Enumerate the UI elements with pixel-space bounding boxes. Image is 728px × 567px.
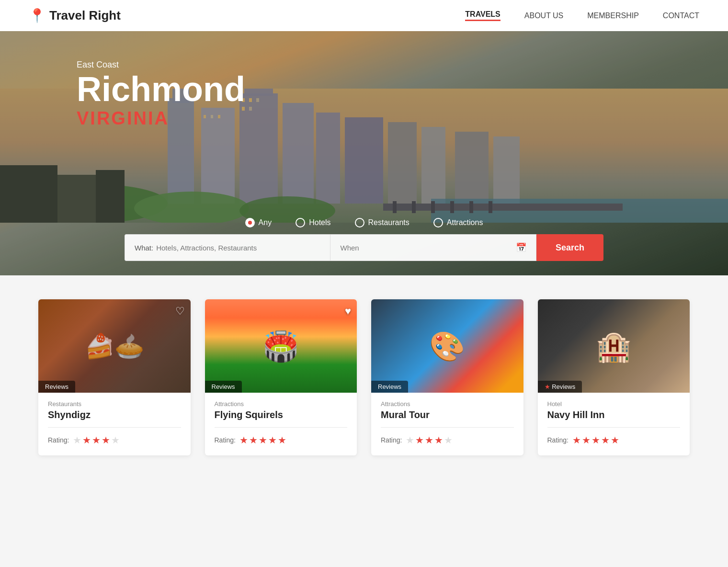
card-title-1: Shyndigz — [48, 409, 181, 420]
search-container: Any Hotels Restaurants Attractions What: — [125, 218, 603, 261]
search-what-wrapper: What: — [125, 234, 330, 261]
card-navy-hill-inn: ★ Reviews Hotel Navy Hill Inn Rating: ★ … — [538, 299, 690, 455]
star-4-3: ★ — [592, 434, 600, 446]
reviews-count-icon: ★ — [545, 383, 550, 390]
filter-hotels-label: Hotels — [309, 218, 330, 227]
star-3-3: ★ — [425, 434, 433, 446]
reviews-label-4: Reviews — [552, 383, 575, 390]
card-image-wrap-4: ★ Reviews — [538, 299, 690, 393]
filter-hotels[interactable]: Hotels — [296, 218, 330, 227]
card-category-4: Hotel — [547, 400, 681, 408]
filter-any-label: Any — [259, 218, 272, 227]
heart-icon-1[interactable]: ♡ — [175, 305, 185, 318]
card-title-3: Mural Tour — [381, 409, 514, 420]
card-rating-3: Rating: ★ ★ ★ ★ ★ — [381, 434, 514, 446]
nav-about-us[interactable]: ABOUT US — [524, 11, 564, 20]
search-button[interactable]: Search — [536, 234, 603, 261]
card-rating-4: Rating: ★ ★ ★ ★ ★ — [547, 434, 681, 446]
heart-icon-2[interactable]: ♥ — [345, 305, 351, 318]
hero-region: East Coast — [77, 60, 245, 70]
search-what-input[interactable] — [156, 244, 320, 252]
card-title-4: Navy Hill Inn — [547, 409, 681, 420]
card-category-2: Attractions — [215, 400, 348, 408]
card-body-3: Attractions Mural Tour Rating: ★ ★ ★ ★ ★ — [371, 393, 523, 455]
hero-state: VIRGINIA — [77, 108, 245, 129]
star-2-4: ★ — [268, 434, 277, 446]
hero-text: East Coast Richmond VIRGINIA — [77, 60, 245, 129]
cards-grid: ♡ Reviews Restaurants Shyndigz Rating: ★… — [38, 299, 690, 455]
nav-membership[interactable]: MEMBERSHIP — [587, 11, 639, 20]
star-1-3: ★ — [92, 434, 101, 446]
star-2-2: ★ — [249, 434, 258, 446]
star-3-5: ★ — [444, 434, 453, 446]
star-3-1: ★ — [406, 434, 414, 446]
card-divider-4 — [547, 427, 681, 428]
radio-attractions — [433, 218, 443, 227]
card-image-4 — [538, 299, 690, 393]
stars-3: ★ ★ ★ ★ ★ — [406, 434, 453, 446]
card-body-4: Hotel Navy Hill Inn Rating: ★ ★ ★ ★ ★ — [538, 393, 690, 455]
logo[interactable]: 📍 Travel Right — [29, 8, 121, 23]
star-1-4: ★ — [102, 434, 110, 446]
stars-4: ★ ★ ★ ★ ★ — [572, 434, 619, 446]
card-category-3: Attractions — [381, 400, 514, 408]
star-1-2: ★ — [82, 434, 91, 446]
filter-attractions[interactable]: Attractions — [433, 218, 483, 227]
star-1-1: ★ — [73, 434, 81, 446]
what-label: What: — [135, 244, 153, 252]
reviews-badge-4[interactable]: ★ Reviews — [538, 381, 582, 393]
search-when-wrapper: 📅 — [330, 234, 536, 261]
nav-travels[interactable]: TRAVELS — [465, 10, 500, 21]
star-2-3: ★ — [259, 434, 267, 446]
star-4-5: ★ — [611, 434, 619, 446]
card-image-wrap-1: ♡ Reviews — [38, 299, 191, 393]
nav-contact[interactable]: CONTACT — [663, 11, 699, 20]
card-divider-1 — [48, 427, 181, 428]
reviews-badge-3[interactable]: Reviews — [371, 381, 408, 393]
logo-text: Travel Right — [49, 8, 121, 23]
radio-restaurants — [355, 218, 364, 227]
calendar-icon: 📅 — [516, 242, 526, 253]
card-image-1 — [38, 299, 191, 393]
logo-pin-icon: 📍 — [29, 8, 46, 23]
main-nav: TRAVELS ABOUT US MEMBERSHIP CONTACT — [465, 10, 699, 21]
rating-label-1: Rating: — [48, 436, 69, 444]
header: 📍 Travel Right TRAVELS ABOUT US MEMBERSH… — [0, 0, 728, 31]
card-image-wrap-3: Reviews — [371, 299, 523, 393]
card-image-wrap-2: ♥ Reviews — [205, 299, 357, 393]
star-4-4: ★ — [601, 434, 610, 446]
reviews-badge-2[interactable]: Reviews — [205, 381, 242, 393]
star-4-2: ★ — [582, 434, 591, 446]
filter-any[interactable]: Any — [245, 218, 272, 227]
star-1-5: ★ — [111, 434, 120, 446]
hero-section: East Coast Richmond VIRGINIA Any Hotels … — [0, 31, 728, 275]
card-image-3 — [371, 299, 523, 393]
card-image-2 — [205, 299, 357, 393]
star-3-2: ★ — [415, 434, 424, 446]
card-title-2: Flying Squirels — [215, 409, 348, 420]
card-shyndigz: ♡ Reviews Restaurants Shyndigz Rating: ★… — [38, 299, 191, 455]
filter-attractions-label: Attractions — [447, 218, 483, 227]
filter-row: Any Hotels Restaurants Attractions — [125, 218, 603, 227]
star-2-1: ★ — [239, 434, 248, 446]
card-rating-2: Rating: ★ ★ ★ ★ ★ — [215, 434, 348, 446]
card-category-1: Restaurants — [48, 400, 181, 408]
rating-label-4: Rating: — [547, 436, 569, 444]
rating-label-3: Rating: — [381, 436, 402, 444]
reviews-badge-1[interactable]: Reviews — [38, 381, 75, 393]
cards-section: ♡ Reviews Restaurants Shyndigz Rating: ★… — [0, 275, 728, 479]
card-mural-tour: Reviews Attractions Mural Tour Rating: ★… — [371, 299, 523, 455]
star-2-5: ★ — [278, 434, 286, 446]
card-flying-squirels: ♥ Reviews Attractions Flying Squirels Ra… — [205, 299, 357, 455]
rating-label-2: Rating: — [215, 436, 236, 444]
filter-restaurants[interactable]: Restaurants — [355, 218, 410, 227]
stars-2: ★ ★ ★ ★ ★ — [239, 434, 286, 446]
radio-hotels — [296, 218, 305, 227]
filter-restaurants-label: Restaurants — [368, 218, 410, 227]
hero-city: Richmond — [77, 72, 245, 106]
star-3-4: ★ — [434, 434, 443, 446]
search-row: What: 📅 Search — [125, 234, 603, 261]
reviews-label-1: Reviews — [45, 383, 68, 390]
search-when-input[interactable] — [340, 244, 515, 252]
card-divider-3 — [381, 427, 514, 428]
